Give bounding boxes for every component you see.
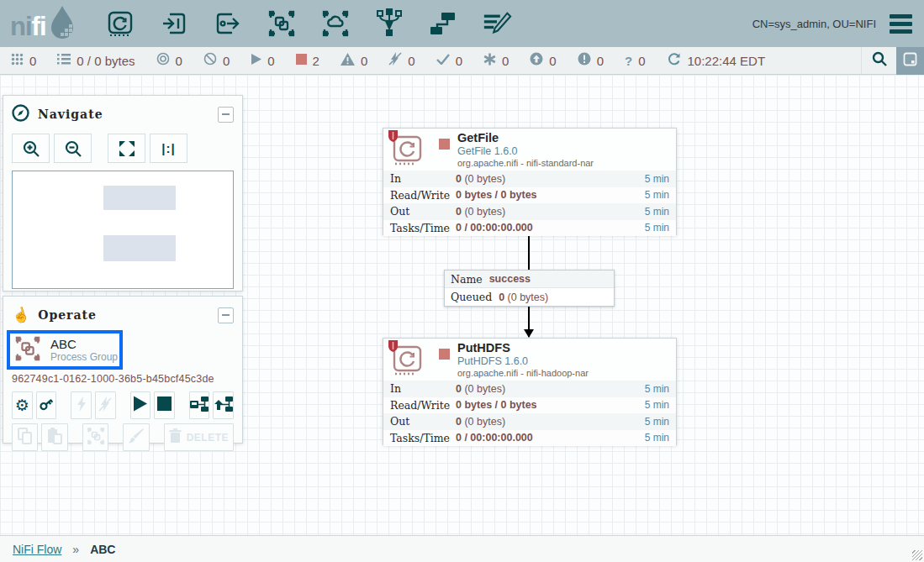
funnel-icon[interactable] (374, 8, 404, 39)
current-user[interactable]: CN=sys_admin, OU=NIFI (752, 18, 876, 30)
transmitting-stat: 0 (156, 52, 182, 69)
disabled-icon (388, 52, 402, 69)
key-icon (38, 396, 55, 416)
zoom-in-button[interactable] (12, 134, 50, 163)
copy-button (12, 423, 38, 451)
sync-failure-icon: ? (625, 54, 632, 68)
restricted-shield-icon (388, 339, 399, 356)
stat-row-in: In 0 (0 bytes) 5 min (383, 381, 676, 397)
enable-button (71, 391, 92, 419)
stat-row-tasks: Tasks/Time 0 / 00:00:00.000 5 min (383, 220, 676, 237)
flow-canvas[interactable]: Navigate |:| (0, 75, 924, 535)
status-counters: 0 0 / 0 bytes 0 (0, 52, 861, 69)
locally-modified-stat: 0 (483, 53, 509, 69)
processor-header: PutHDFS PutHDFS 1.6.0 org.apache.nifi - … (383, 339, 676, 381)
transmitting-count: 0 (176, 54, 182, 68)
connection-label[interactable]: Name success Queued 0 (0 bytes) (444, 270, 615, 307)
delete-button: DELETE (164, 423, 234, 451)
gear-icon: ⚙ (15, 397, 29, 413)
breadcrumb-current: ABC (90, 543, 115, 556)
processor-puthdfs[interactable]: PutHDFS PutHDFS 1.6.0 org.apache.nifi - … (383, 338, 677, 445)
invalid-count: 0 (361, 54, 367, 68)
up-to-date-icon (436, 53, 450, 68)
start-button[interactable] (130, 391, 151, 419)
search-button[interactable] (861, 47, 896, 74)
panel-toggle-button[interactable] (896, 47, 924, 75)
disabled-stat: 0 (388, 52, 414, 69)
global-menu-icon[interactable] (890, 14, 912, 34)
save-template-button[interactable] (189, 391, 210, 419)
locally-modified-stale-stat: 0 (578, 52, 604, 69)
compass-icon (12, 104, 29, 125)
droplet-icon (48, 3, 77, 44)
zoom-out-button[interactable] (54, 134, 92, 163)
output-port-icon[interactable] (213, 8, 243, 39)
up-to-date-count: 0 (456, 54, 462, 68)
queued-icon (57, 53, 71, 68)
stop-button[interactable] (154, 391, 175, 419)
remote-process-group-icon[interactable] (320, 8, 351, 39)
input-port-icon[interactable] (159, 8, 189, 39)
birdseye-minimap[interactable] (12, 171, 234, 289)
paste-button (41, 423, 67, 451)
up-to-date-stat: 0 (436, 53, 462, 68)
processor-getfile[interactable]: GetFile GetFile 1.6.0 org.apache.nifi - … (383, 128, 677, 235)
nifi-logo-text: nifi (10, 10, 46, 44)
processor-type-icon (390, 132, 427, 167)
zoom-actual-size-button[interactable]: |:| (150, 134, 187, 163)
play-icon (133, 396, 147, 415)
operate-collapse-button[interactable] (218, 307, 234, 323)
stat-row-readwrite: Read/Write 0 bytes / 0 bytes 5 min (383, 397, 676, 414)
label-icon[interactable] (482, 8, 512, 39)
breadcrumb-separator: » (72, 543, 79, 556)
minimap-processor-rect (103, 186, 176, 210)
component-toolbar (105, 8, 512, 39)
not-transmitting-stat: 0 (203, 52, 230, 69)
processor-icon[interactable] (105, 8, 135, 39)
zoom-fit-button[interactable] (108, 134, 145, 163)
processor-type: GetFile 1.6.0 (457, 145, 594, 158)
stopped-status-square (439, 139, 450, 150)
header-right: CN=sys_admin, OU=NIFI (752, 14, 912, 34)
stopped-count: 2 (313, 54, 319, 68)
resize-grip[interactable] (912, 550, 922, 560)
trash-icon (169, 428, 182, 446)
upload-template-button[interactable] (213, 391, 234, 419)
navigate-collapse-button[interactable] (218, 107, 234, 123)
operate-buttons-row-2: DELETE (12, 423, 234, 451)
stopped-stat: 2 (296, 53, 319, 68)
connection-queued-value: 0 (0 bytes) (499, 292, 548, 303)
navigate-buttons: |:| (12, 134, 234, 163)
refresh-icon[interactable] (667, 52, 681, 69)
paste-icon (47, 428, 62, 448)
running-count: 0 (267, 54, 274, 68)
invalid-icon (341, 53, 355, 69)
group-icon (86, 427, 106, 449)
access-policies-button[interactable] (36, 391, 57, 419)
selection-type: Process Group (50, 351, 118, 363)
one-to-one-label: |:| (161, 141, 175, 155)
stopped-icon (296, 53, 307, 68)
locally-modified-count: 0 (502, 54, 509, 68)
process-group-icon[interactable] (267, 8, 297, 39)
selection-name: ABC (50, 337, 118, 351)
queued-count: 0 / 0 bytes (77, 54, 135, 68)
breadcrumb-root-link[interactable]: NiFi Flow (13, 543, 61, 556)
active-threads-count: 0 (29, 54, 36, 68)
invalid-stat: 0 (341, 53, 367, 69)
locally-modified-icon (483, 53, 496, 69)
configure-button[interactable]: ⚙ (12, 391, 33, 419)
connection-queued-row: Queued 0 (0 bytes) (445, 288, 614, 306)
upload-template-icon (214, 397, 233, 415)
operate-selection-highlight[interactable]: ABC Process Group (7, 330, 123, 370)
template-icon[interactable] (428, 8, 458, 39)
navigate-title: Navigate (38, 108, 103, 121)
restricted-shield-icon (388, 129, 399, 146)
processor-bundle: org.apache.nifi - nifi-hadoop-nar (457, 368, 589, 379)
refresh-group[interactable]: 10:22:44 EDT (667, 52, 766, 69)
last-refresh-time: 10:22:44 EDT (688, 54, 766, 68)
selection-id: 962749c1-0162-1000-36b5-b45bcf45c3de (12, 373, 234, 385)
hand-pointer-icon: ☝ (10, 304, 32, 326)
processor-name: PutHDFS (457, 341, 589, 355)
process-group-selection-icon (13, 335, 42, 365)
